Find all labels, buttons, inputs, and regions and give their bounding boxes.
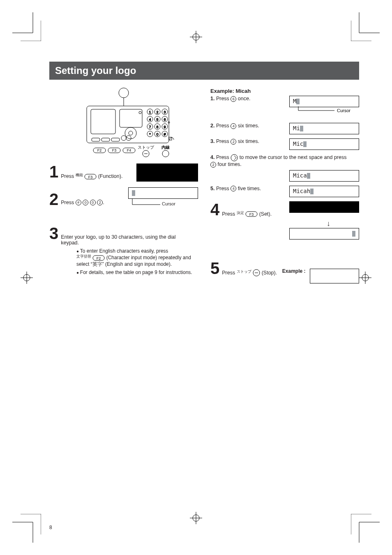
step1-text-a: Press [61,173,75,179]
f3-set-key-icon: 決定 F3 [237,210,258,217]
svg-text:0: 0 [156,132,158,136]
svg-text:2: 2 [156,110,158,114]
right-column: Example: Micah 1. Press 6 once. M [210,85,359,283]
step3-text: Enter your logo, up to 30 characters, us… [61,234,192,246]
svg-point-48 [121,136,126,140]
bullet1-text-a: To enter English characters easily, pres… [80,248,168,254]
lcd-example-5: Micah [289,186,359,197]
page-title: Setting your logo [49,62,359,80]
f3-key-label: F3 [112,148,117,152]
example-step-1: 1. Press 6 once. M Cursor [210,96,359,119]
f3-function-key-icon: 機能 F3 [76,173,97,180]
lcd-example-1: M [289,96,359,107]
lcd-step1 [136,164,198,182]
lcd-example-4: Mica [289,170,359,182]
bullet2-text: For details, see the table on page 9 for… [76,269,198,275]
four-key-icon: 4 [231,123,236,129]
ext-key-label: 内線 [161,145,170,150]
step-1: 1 Press 機能 F3 (Function). [49,164,198,183]
svg-rect-47 [111,138,120,141]
example-step-5: 5. Press 4 five times. Micah [210,186,359,197]
example-title: Example: Micah [210,88,359,94]
example-step-2: 2. Press 4 six times. Mi [210,123,359,134]
svg-rect-15 [120,109,142,127]
step3-notes: To enter English characters easily, pres… [60,248,198,275]
lcd-step4a [289,201,359,213]
registration-mark-left [21,272,33,284]
svg-point-18 [129,131,133,135]
svg-text:3: 3 [164,110,166,114]
four-key-icon: 4 [231,186,236,191]
s1-num: 1. [210,96,214,101]
step-number-1: 1 [49,164,58,180]
svg-text:F2: F2 [97,256,101,260]
svg-rect-45 [92,138,100,141]
svg-point-16 [139,111,141,114]
step-2: 2 Press # 0 0 2. Cursor [49,187,198,211]
down-arrow-icon: ↓ [327,219,330,228]
cursor-label-left: Cursor [162,201,175,206]
svg-point-17 [125,127,136,139]
svg-text:#: # [164,132,166,136]
svg-text:5: 5 [156,117,158,122]
svg-text:4: 4 [149,117,151,122]
registration-mark-top [190,31,202,43]
cursor-label-right: Cursor [337,108,350,113]
two-key-icon: 2 [210,162,216,168]
svg-text:*: * [149,132,151,136]
hash-key-icon: # [76,200,81,205]
example-label: Example : [282,268,306,274]
zero-key-icon: 0 [90,200,96,205]
svg-rect-46 [101,138,110,141]
step-3: 3 Enter your logo, up to 30 characters, … [49,225,198,246]
f4-key-label: F4 [127,148,131,152]
step-number-4: 4 [210,201,219,218]
f2-key-label: F2 [97,148,102,152]
svg-text:9: 9 [164,125,166,129]
svg-text:6: 6 [164,117,166,122]
svg-text:1: 1 [149,110,151,114]
step-number-2: 2 [49,191,58,207]
step2-text-a: Press [61,200,75,205]
two-key-icon: 2 [97,200,103,205]
lcd-step5 [310,269,359,283]
page-number: 8 [49,525,52,530]
registration-mark-bottom [190,512,202,524]
example-step-4: 4. Press to move the cursor to the next … [210,154,359,168]
six-key-icon: 6 [231,96,236,102]
lcd-example-2: Mi [289,123,359,134]
step-number-5: 5 [210,260,219,276]
lcd-example-3: Mic [289,138,359,150]
svg-text:7: 7 [149,125,151,129]
stop-key-icon: ストップ [237,270,262,276]
lcd-step4b [289,228,359,240]
example-step-3: 3. Press 2 six times. Mic [210,138,359,150]
svg-point-55 [162,150,169,157]
step-number-3: 3 [49,225,58,242]
zero-key-icon: 0 [83,200,88,205]
svg-text:F3: F3 [249,212,254,216]
svg-point-49 [126,136,131,140]
svg-rect-14 [91,109,115,134]
svg-text:8: 8 [156,125,158,129]
left-column: 1 2 3 4 5 6 7 8 9 * 0 # [49,85,198,283]
f2-char-mode-key-icon: 文字切替 F2 [76,254,105,261]
step1-text-b: (Function). [98,173,123,179]
registration-mark-right [359,272,371,284]
phone-illustration: 1 2 3 4 5 6 7 8 9 * 0 # [62,85,185,159]
svg-text:F3: F3 [88,175,93,179]
two-key-icon: 2 [231,139,236,145]
nav-right-icon [231,154,238,161]
svg-point-12 [119,88,129,98]
step-4: 4 Press 決定 F3 (Set). [210,201,359,218]
step2-text-b: . [103,200,104,205]
lcd-step2 [128,187,198,199]
stop-key-label: ストップ [138,145,154,150]
